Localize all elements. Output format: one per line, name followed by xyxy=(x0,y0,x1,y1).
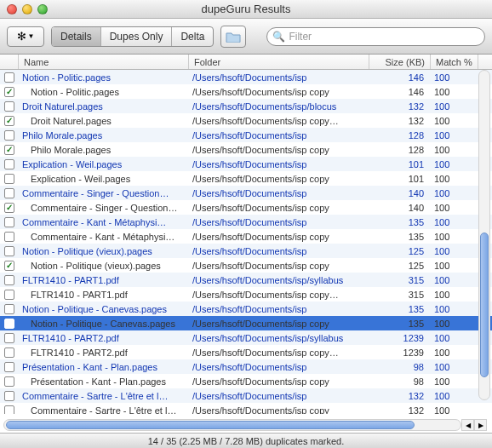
table-row[interactable]: Notion - Politic.pages/Users/hsoft/Docum… xyxy=(0,70,492,84)
table-row[interactable]: Philo Morale.pages/Users/hsoft/Documents… xyxy=(0,128,492,142)
table-row[interactable]: Commentaire - Singer - Question…/Users/h… xyxy=(0,186,492,200)
row-checkbox[interactable] xyxy=(4,116,14,126)
filter-search-input[interactable]: 🔍 Filter xyxy=(266,27,485,46)
status-text: 14 / 35 (2.25 MB / 7.28 MB) duplicates m… xyxy=(148,436,345,446)
segment-details[interactable]: Details xyxy=(52,27,101,46)
header-match[interactable]: Match % xyxy=(431,55,478,69)
row-checkbox[interactable] xyxy=(4,290,14,300)
row-checkbox[interactable] xyxy=(4,275,14,285)
row-checkbox[interactable] xyxy=(4,217,14,227)
row-checkbox[interactable] xyxy=(4,347,14,358)
cell-folder: /Users/hsoft/Documents/isp/syllabus xyxy=(189,275,369,285)
row-checkbox[interactable] xyxy=(4,304,14,314)
titlebar: dupeGuru Results xyxy=(0,0,492,19)
table-row[interactable]: Droit Naturel.pages/Users/hsoft/Document… xyxy=(0,99,492,113)
reveal-folder-button[interactable] xyxy=(220,26,246,48)
table-row[interactable]: FLTR1410 - PART2.pdf/Users/hsoft/Documen… xyxy=(0,330,492,345)
table-row[interactable]: Notion - Politique (vieux).pages/Users/h… xyxy=(0,244,492,258)
table-row[interactable]: Commentaire - Sartre - L'être et l…/User… xyxy=(0,388,492,403)
table-row[interactable]: FLTR1410 - PART1.pdf/Users/hsoft/Documen… xyxy=(0,273,492,287)
cell-folder: /Users/hsoft/Documents/isp copy xyxy=(189,232,369,242)
header-size[interactable]: Size (KB) xyxy=(369,55,431,69)
table-row[interactable]: Notion - Politique - Canevas.pages/Users… xyxy=(0,302,492,316)
cell-match: 100 xyxy=(431,376,478,387)
cell-folder: /Users/hsoft/Documents/isp copy xyxy=(189,261,369,271)
segment-dupes-only[interactable]: Dupes Only xyxy=(101,27,173,46)
row-checkbox[interactable] xyxy=(4,174,14,184)
row-checkbox[interactable] xyxy=(4,188,14,198)
cell-size: 140 xyxy=(369,188,431,198)
cell-size: 135 xyxy=(369,304,431,314)
cell-name: FLTR1410 - PART2.pdf xyxy=(19,347,189,358)
horizontal-scroll-thumb[interactable] xyxy=(6,421,415,429)
table-row[interactable]: Explication - Weil.pages/Users/hsoft/Doc… xyxy=(0,171,492,186)
cell-name: Notion - Politic.pages xyxy=(19,87,189,97)
table-row[interactable]: Commentaire - Kant - Métaphysi…/Users/hs… xyxy=(0,229,492,244)
cell-folder: /Users/hsoft/Documents/isp xyxy=(189,130,369,141)
cell-match: 100 xyxy=(431,261,478,271)
table-row[interactable]: Présentation - Kant - Plan.pages/Users/h… xyxy=(0,359,492,374)
cell-match: 100 xyxy=(431,188,478,198)
actions-menu-button[interactable]: ✻▼ xyxy=(7,26,44,47)
cell-size: 132 xyxy=(369,101,431,112)
row-checkbox[interactable] xyxy=(4,362,14,372)
row-checkbox[interactable] xyxy=(4,145,14,155)
cell-folder: /Users/hsoft/Documents/isp xyxy=(189,159,369,169)
table-row[interactable]: Commentaire - Singer - Question…/Users/h… xyxy=(0,200,492,215)
cell-match: 100 xyxy=(431,304,478,314)
row-checkbox[interactable] xyxy=(4,87,14,97)
row-checkbox[interactable] xyxy=(4,246,14,256)
cell-match: 100 xyxy=(431,319,478,329)
scroll-right-button[interactable]: ▶ xyxy=(474,419,487,431)
row-checkbox[interactable] xyxy=(4,261,14,271)
table-row[interactable]: Droit Naturel.pages/Users/hsoft/Document… xyxy=(0,113,492,128)
header-name[interactable]: Name xyxy=(19,55,189,69)
cell-match: 100 xyxy=(431,145,478,155)
cell-match: 100 xyxy=(431,72,478,83)
row-checkbox[interactable] xyxy=(4,130,14,141)
table-row[interactable]: Présentation - Kant - Plan.pages/Users/h… xyxy=(0,374,492,388)
header-folder[interactable]: Folder xyxy=(189,55,369,69)
cell-size: 1239 xyxy=(369,347,431,358)
cell-size: 98 xyxy=(369,362,431,372)
row-checkbox[interactable] xyxy=(4,333,14,343)
cell-size: 146 xyxy=(369,72,431,83)
cell-name: Explication - Weil.pages xyxy=(19,159,189,169)
row-checkbox[interactable] xyxy=(4,319,14,329)
cell-size: 125 xyxy=(369,246,431,256)
table-row[interactable]: FLTR1410 - PART2.pdf/Users/hsoft/Documen… xyxy=(0,345,492,359)
cell-folder: /Users/hsoft/Documents/isp xyxy=(189,246,369,256)
table-row[interactable]: Explication - Weil.pages/Users/hsoft/Doc… xyxy=(0,157,492,171)
row-checkbox[interactable] xyxy=(4,376,14,387)
table-body: Notion - Politic.pages/Users/hsoft/Docum… xyxy=(0,70,492,414)
cell-size: 315 xyxy=(369,290,431,300)
segment-delta[interactable]: Delta xyxy=(172,27,213,46)
cell-match: 100 xyxy=(431,232,478,242)
table-row[interactable]: FLTR1410 - PART1.pdf/Users/hsoft/Documen… xyxy=(0,287,492,302)
header-checkbox[interactable] xyxy=(0,55,19,69)
cell-name: Notion - Politique - Canevas.pages xyxy=(19,304,189,314)
row-checkbox[interactable] xyxy=(4,232,14,242)
vertical-scrollbar[interactable] xyxy=(478,70,490,400)
table-row[interactable]: Notion - Politique - Canevas.pages/Users… xyxy=(0,316,492,330)
cell-name: Commentaire - Singer - Question… xyxy=(19,203,189,213)
table-row[interactable]: Commentaire - Kant - Métaphysi…/Users/hs… xyxy=(0,215,492,229)
table-row[interactable]: Notion - Politique (vieux).pages/Users/h… xyxy=(0,258,492,273)
cell-size: 315 xyxy=(369,275,431,285)
table-row[interactable]: Commentaire - Sartre - L'être et l…/User… xyxy=(0,403,492,414)
scroll-left-button[interactable]: ◀ xyxy=(461,419,474,431)
row-checkbox[interactable] xyxy=(4,72,14,83)
cell-size: 125 xyxy=(369,261,431,271)
vertical-scroll-thumb[interactable] xyxy=(480,233,489,377)
cell-name: Explication - Weil.pages xyxy=(19,174,189,184)
table-row[interactable]: Notion - Politic.pages/Users/hsoft/Docum… xyxy=(0,84,492,99)
cell-match: 100 xyxy=(431,130,478,141)
row-checkbox[interactable] xyxy=(4,101,14,112)
table-row[interactable]: Philo Morale.pages/Users/hsoft/Documents… xyxy=(0,142,492,157)
cell-folder: /Users/hsoft/Documents/isp xyxy=(189,362,369,372)
horizontal-scrollbar[interactable] xyxy=(3,419,461,431)
row-checkbox[interactable] xyxy=(4,203,14,213)
row-checkbox[interactable] xyxy=(4,405,14,415)
row-checkbox[interactable] xyxy=(4,159,14,169)
row-checkbox[interactable] xyxy=(4,391,14,401)
